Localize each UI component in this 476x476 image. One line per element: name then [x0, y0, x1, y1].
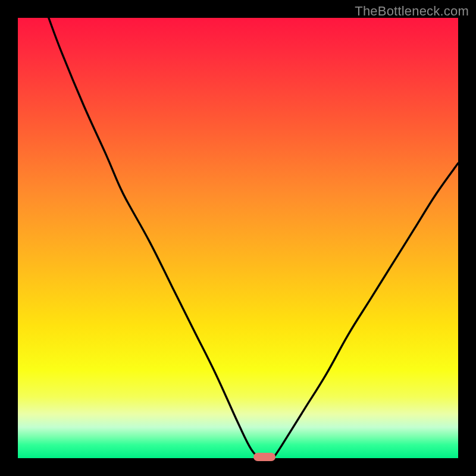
chart-frame: TheBottleneck.com — [0, 0, 476, 476]
curve-path — [49, 18, 458, 458]
attribution-text: TheBottleneck.com — [355, 4, 469, 19]
bottleneck-curve — [18, 18, 458, 458]
optimal-marker — [253, 453, 275, 461]
plot-area — [18, 18, 458, 458]
